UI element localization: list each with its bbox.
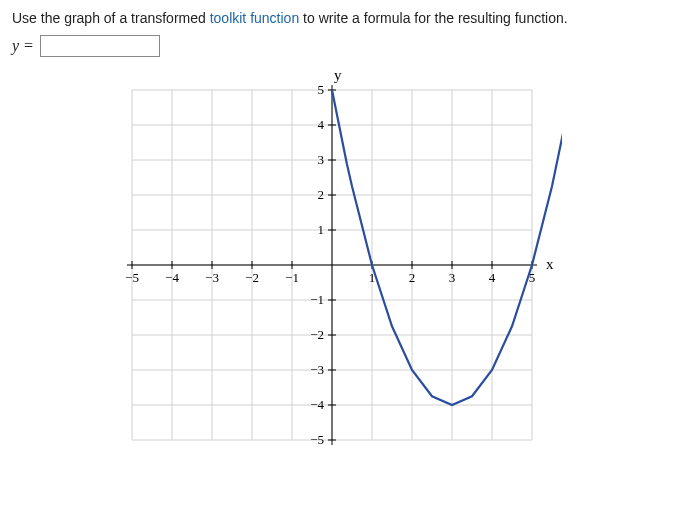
svg-text:−3: −3: [310, 362, 324, 377]
svg-text:2: 2: [409, 270, 416, 285]
graph-plot: −5−4−3−2−112345−5−4−3−2−112345yx: [102, 65, 562, 465]
svg-text:−2: −2: [245, 270, 259, 285]
prompt-prefix: Use the graph of a transformed: [12, 10, 210, 26]
svg-text:−5: −5: [125, 270, 139, 285]
answer-line: y =: [12, 35, 684, 57]
svg-text:3: 3: [449, 270, 456, 285]
svg-text:−1: −1: [310, 292, 324, 307]
svg-text:1: 1: [318, 222, 325, 237]
svg-text:y: y: [334, 67, 342, 83]
svg-text:−1: −1: [285, 270, 299, 285]
toolkit-function-link[interactable]: toolkit function: [210, 10, 300, 26]
svg-text:5: 5: [318, 82, 325, 97]
svg-text:2: 2: [318, 187, 325, 202]
graph-container: −5−4−3−2−112345−5−4−3−2−112345yx: [102, 65, 662, 465]
svg-text:3: 3: [318, 152, 325, 167]
svg-text:4: 4: [318, 117, 325, 132]
svg-text:x: x: [546, 256, 554, 272]
svg-text:−3: −3: [205, 270, 219, 285]
y-equals-label: y =: [12, 37, 34, 55]
svg-text:−4: −4: [310, 397, 324, 412]
svg-text:4: 4: [489, 270, 496, 285]
svg-text:−5: −5: [310, 432, 324, 447]
svg-text:−4: −4: [165, 270, 179, 285]
svg-text:−2: −2: [310, 327, 324, 342]
question-prompt: Use the graph of a transformed toolkit f…: [12, 8, 684, 29]
formula-input[interactable]: [40, 35, 160, 57]
prompt-suffix: to write a formula for the resulting fun…: [299, 10, 567, 26]
